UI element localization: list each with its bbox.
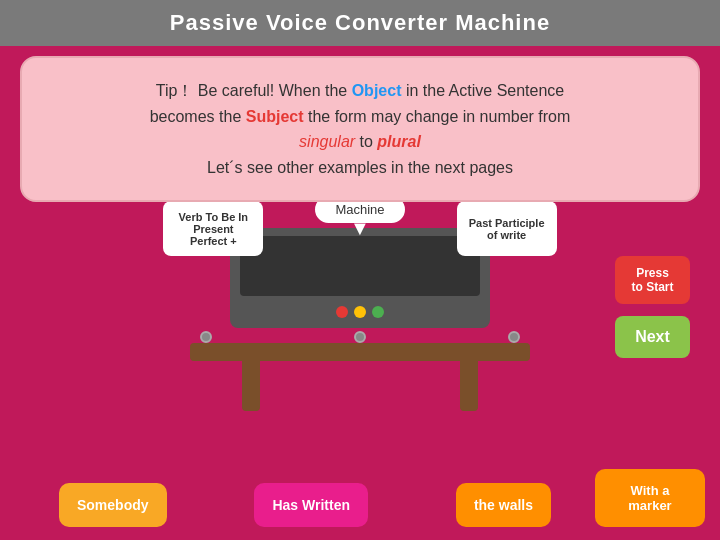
machine-controls: [336, 306, 384, 318]
press-start-button[interactable]: Press to Start: [615, 256, 690, 304]
tip-line3-mid: to: [355, 133, 377, 150]
tip-overlay: Tip！ Be careful! When the Object in the …: [20, 56, 700, 202]
tip-plural: plural: [377, 133, 421, 150]
tip-line2-mid: the form may change in number from: [304, 108, 571, 125]
header: Passive Voice Converter Machine: [0, 0, 720, 46]
screw-left: [200, 331, 212, 343]
verb-info-box: Verb To Be In Present Perfect +: [163, 201, 263, 256]
next-button[interactable]: Next: [615, 316, 690, 358]
screw-center: [354, 331, 366, 343]
tip-subject: Subject: [246, 108, 304, 125]
tip-line4: Let´s see other examples in the next pag…: [207, 159, 513, 176]
with-marker-box: With a marker: [595, 469, 705, 527]
tip-line1-prefix: Tip！ Be careful! When the: [156, 82, 352, 99]
past-info-box: Past Participle of write: [457, 201, 557, 256]
tip-object: Object: [352, 82, 402, 99]
main-area: Tip！ Be careful! When the Object in the …: [0, 46, 720, 540]
info-boxes-row: Verb To Be In Present Perfect + ▼ Past P…: [120, 201, 600, 256]
somebody-box: Somebody: [59, 483, 167, 527]
the-walls-box: the walls: [456, 483, 551, 527]
red-circle: [336, 306, 348, 318]
green-circle: [372, 306, 384, 318]
yellow-circle: [354, 306, 366, 318]
screw-right: [508, 331, 520, 343]
bottom-row: Somebody Has Written the walls: [0, 483, 610, 527]
arrow-down-icon: ▼: [350, 217, 370, 240]
machine-table: [190, 343, 530, 361]
screw-row: [190, 331, 530, 343]
machine-legs: [242, 361, 478, 411]
page-title: Passive Voice Converter Machine: [170, 10, 550, 35]
tip-singular: singular: [299, 133, 355, 150]
leg-left: [242, 361, 260, 411]
tip-line2-prefix: becomes the: [150, 108, 246, 125]
tip-line1-mid: in the Active Sentence: [401, 82, 564, 99]
has-written-box: Has Written: [254, 483, 368, 527]
leg-right: [460, 361, 478, 411]
